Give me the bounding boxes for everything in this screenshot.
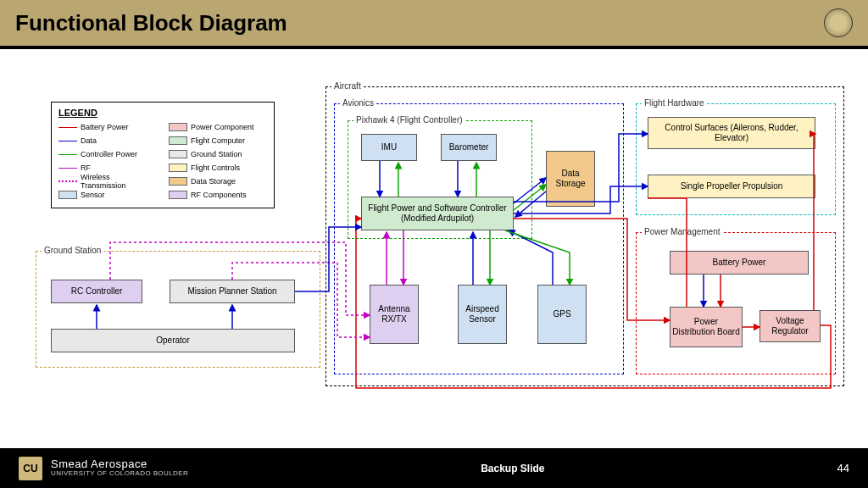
block-imu: IMU — [361, 134, 417, 161]
legend-item: RF Components — [191, 191, 247, 199]
legend-item: Ground Station — [191, 150, 242, 158]
block-line: (Modified Ardupilot) — [401, 214, 474, 224]
legend-box: LEGEND Battery Power Power Component Dat… — [51, 102, 275, 208]
block-propulsion: Single Propeller Propulsion — [648, 175, 815, 198]
logo-top — [824, 8, 853, 37]
block-airspeed: Airspeed Sensor — [458, 285, 507, 344]
legend-item: Wireless Transmission — [81, 173, 157, 190]
legend-item: Flight Controls — [191, 164, 240, 172]
legend-item: Data Storage — [191, 177, 236, 186]
legend-title: LEGEND — [58, 108, 267, 118]
cu-logo-icon: CU — [19, 457, 42, 480]
block-operator: Operator — [51, 329, 295, 352]
page-title: Functional Block Diagram — [15, 10, 287, 36]
block-pdb: Power Distribution Board — [670, 307, 743, 347]
block-gps: GPS — [537, 285, 587, 344]
legend-item: Controller Power — [81, 150, 137, 158]
footer-suborg: UNIVERSITY OF COLORADO BOULDER — [51, 470, 188, 478]
legend-item: Data — [81, 136, 97, 145]
block-flight-controller: Flight Power and Software Controller (Mo… — [361, 197, 514, 230]
group-label: Aircraft — [331, 81, 364, 91]
block-vreg: Voltage Regulator — [760, 310, 821, 342]
block-rc-controller: RC Controller — [51, 280, 142, 303]
footer-center: Backup Slide — [481, 463, 544, 474]
group-label: Power Management — [642, 227, 723, 236]
block-mission-planner: Mission Planner Station — [170, 280, 295, 303]
legend-item: Battery Power — [81, 123, 129, 131]
group-label: Avionics — [340, 98, 376, 108]
block-barometer: Barometer — [441, 134, 497, 161]
group-label: Flight Hardware — [642, 98, 707, 108]
legend-item: Power Component — [191, 123, 254, 131]
block-data-storage: Data Storage — [546, 151, 595, 207]
block-line: Flight Power and Software Controller — [368, 203, 506, 214]
diagram-canvas: LEGEND Battery Power Power Component Dat… — [0, 49, 868, 448]
footer-left: CU Smead Aerospace UNIVERSITY OF COLORAD… — [19, 457, 188, 480]
legend-item: RF — [81, 164, 91, 172]
page-number: 44 — [837, 462, 849, 474]
block-battery: Battery Power — [670, 251, 809, 274]
block-antenna: Antenna RX/TX — [370, 285, 419, 344]
group-label: Pixhawk 4 (Flight Controller) — [353, 115, 465, 125]
group-label: Ground Station — [42, 246, 103, 255]
legend-item: Flight Computer — [191, 136, 245, 145]
legend-item: Sensor — [81, 191, 105, 199]
block-control-surfaces: Control Surfaces (Ailerons, Rudder, Elev… — [648, 117, 815, 149]
footer-org: Smead Aerospace — [51, 458, 188, 470]
